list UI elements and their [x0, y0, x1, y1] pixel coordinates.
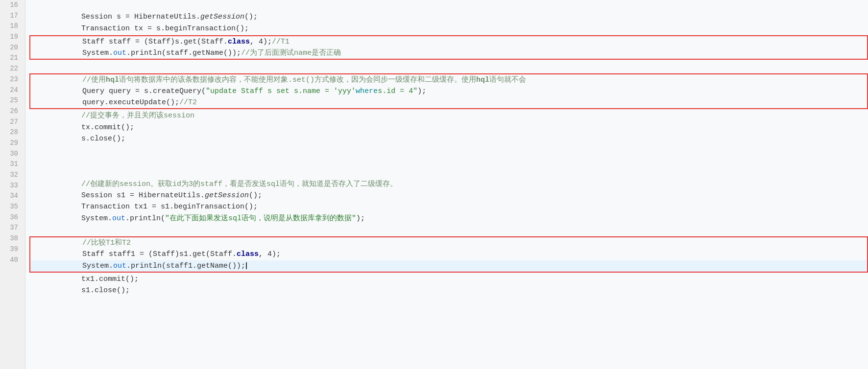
- ln-34: 34: [5, 191, 20, 202]
- ln-23: 23: [5, 74, 20, 85]
- ln-36: 36: [5, 212, 20, 223]
- ln-22: 22: [5, 64, 20, 74]
- ln-25: 25: [5, 95, 20, 106]
- code-area[interactable]: Session s = HibernateUtils.getSession();…: [25, 0, 868, 369]
- ln-27: 27: [5, 117, 20, 128]
- code-line-20: System.out.println(staff.getName());//为了…: [29, 47, 868, 60]
- ln-39: 39: [5, 244, 20, 255]
- code-line-17: Session s = HibernateUtils.getSession();: [29, 11, 868, 23]
- code-line-33: Transaction tx1 = s1.beginTransaction();: [29, 201, 868, 212]
- ln-31: 31: [5, 159, 20, 170]
- ln-17: 17: [5, 11, 20, 22]
- ln-16: 16: [5, 0, 20, 11]
- code-line-29: [29, 156, 868, 167]
- ln-40: 40: [5, 255, 20, 266]
- code-line-34: System.out.println("在此下面如果发送sql语句，说明是从数据…: [29, 213, 868, 224]
- code-line-21: [29, 61, 868, 72]
- code-line-40: s1.close();: [29, 285, 868, 296]
- line-numbers: 16 17 18 19 20 21 22 23 24 25 26 27 28 2…: [0, 0, 25, 369]
- ln-28: 28: [5, 127, 20, 138]
- code-line-23: Query query = s.createQuery("update Staf…: [29, 86, 868, 97]
- ln-24: 24: [5, 85, 20, 96]
- code-line-31: //创建新的session。获取id为3的staff，看是否发送sql语句，就知…: [29, 179, 868, 190]
- code-line-18: Transaction tx = s.beginTransaction();: [29, 23, 868, 34]
- code-line-30: [29, 167, 868, 179]
- code-line-24: query.executeUpdate();//T2: [29, 97, 868, 109]
- ln-37: 37: [5, 223, 20, 233]
- code-line-38: System.out.println(staff1.getName());: [29, 260, 868, 273]
- code-line-35: [29, 224, 868, 235]
- ln-35: 35: [5, 202, 20, 212]
- code-line-32: Session s1 = HibernateUtils.getSession()…: [29, 190, 868, 201]
- ln-38: 38: [5, 233, 20, 244]
- code-line-16: [29, 0, 868, 11]
- code-line-22: //使用hql语句将数据库中的该条数据修改内容，不能使用对象.set()方式修改…: [29, 73, 868, 86]
- code-line-25: //提交事务，并且关闭该session: [29, 110, 868, 121]
- ln-30: 30: [5, 149, 20, 160]
- ln-32: 32: [5, 170, 20, 181]
- code-line-27: s.close();: [29, 133, 868, 144]
- ln-33: 33: [5, 181, 20, 191]
- code-line-39: tx1.commit();: [29, 274, 868, 285]
- ln-21: 21: [5, 53, 20, 64]
- ln-20: 20: [5, 43, 20, 53]
- code-line-26: tx.commit();: [29, 122, 868, 133]
- code-line-19: Staff staff = (Staff)s.get(Staff.class, …: [29, 35, 868, 47]
- ln-26: 26: [5, 106, 20, 117]
- ln-18: 18: [5, 21, 20, 32]
- code-line-28: [29, 144, 868, 156]
- code-line-37: Staff staff1 = (Staff)s1.get(Staff.class…: [29, 249, 868, 260]
- ln-19: 19: [5, 32, 20, 43]
- code-editor: 16 17 18 19 20 21 22 23 24 25 26 27 28 2…: [0, 0, 868, 369]
- code-line-36: //比较T1和T2: [29, 236, 868, 249]
- ln-29: 29: [5, 138, 20, 149]
